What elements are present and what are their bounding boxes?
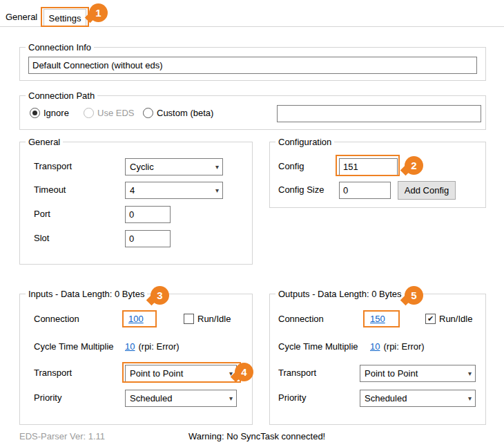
inputs-group-title: Inputs - Data Length: 0 Bytes	[26, 289, 147, 299]
chevron-down-icon: ▾	[215, 187, 219, 194]
tab-settings[interactable]: Settings	[43, 9, 86, 27]
connection-info-title: Connection Info	[26, 42, 94, 53]
configuration-group-title: Configuration	[275, 137, 334, 147]
inputs-connection-link[interactable]: 100	[128, 314, 144, 324]
config-label: Config	[278, 161, 304, 172]
inputs-rpi-link[interactable]: 10	[125, 341, 135, 352]
port-label: Port	[34, 209, 50, 220]
callout-5: 5	[405, 286, 423, 305]
radio-unselected-icon	[143, 108, 153, 118]
slot-label: Slot	[34, 233, 49, 244]
inputs-priority-label: Priority	[34, 392, 61, 403]
synctask-warning: Warning: No SyncTask connected!	[188, 431, 325, 441]
outputs-ctm-label: Cycle Time Multiplie	[278, 341, 358, 352]
slot-input[interactable]	[125, 230, 171, 247]
port-input[interactable]	[125, 206, 171, 223]
timeout-select[interactable]: 4 ▾	[125, 182, 223, 199]
eds-parser-version: EDS-Parser Ver: 1.11	[19, 431, 105, 441]
transport-label: Transport	[34, 161, 72, 172]
use-eds-radio-label: Use EDS	[97, 108, 134, 118]
chevron-down-icon: ▾	[215, 163, 219, 171]
ignore-radio-label: Ignore	[43, 108, 69, 118]
add-config-button-label: Add Config	[405, 185, 449, 196]
connection-path-group: Connection Path Ignore Use EDS Custom (b…	[19, 95, 486, 130]
custom-beta-radio-label: Custom (beta)	[157, 108, 213, 118]
outputs-run-idle-label: Run/Idle	[439, 314, 472, 324]
custom-beta-radio[interactable]: Custom (beta)	[143, 108, 213, 118]
chevron-down-icon: ▾	[229, 394, 233, 402]
transport-select[interactable]: Cyclic ▾	[125, 158, 223, 175]
chevron-down-icon: ▾	[468, 394, 472, 402]
outputs-priority-value: Scheduled	[365, 393, 407, 403]
outputs-transport-label: Transport	[278, 368, 316, 379]
configuration-group: Configuration Config Config Size Add Con…	[269, 142, 486, 208]
inputs-run-idle-checkbox[interactable]: Run/Idle	[184, 314, 231, 324]
add-config-button[interactable]: Add Config	[398, 181, 456, 200]
connection-info-input[interactable]	[28, 57, 477, 74]
config-input[interactable]	[339, 158, 398, 175]
outputs-group-title: Outputs - Data Length: 0 Bytes	[275, 289, 405, 299]
tab-general[interactable]: General	[6, 12, 37, 22]
inputs-transport-value: Point to Point	[130, 368, 183, 379]
outputs-transport-value: Point to Point	[365, 368, 418, 379]
outputs-priority-label: Priority	[278, 392, 306, 403]
outputs-transport-select[interactable]: Point to Point ▾	[360, 365, 476, 382]
checkbox-checked-icon: ✔	[425, 314, 436, 324]
outputs-group: Outputs - Data Length: 0 Bytes Connectio…	[269, 294, 486, 425]
callout-3: 3	[151, 286, 169, 305]
general-group: General Transport Cyclic ▾ Timeout 4 ▾ P…	[19, 142, 253, 265]
timeout-label: Timeout	[34, 184, 66, 196]
callout-1: 1	[89, 3, 108, 22]
connection-info-group: Connection Info	[19, 47, 486, 81]
callout-2: 2	[405, 156, 423, 175]
connection-path-title: Connection Path	[26, 91, 97, 101]
callout-4: 4	[235, 363, 253, 381]
inputs-ctm-label: Cycle Time Multiplie	[34, 341, 114, 352]
general-group-title: General	[26, 137, 63, 147]
outputs-rpi-note: (rpi: Error)	[383, 341, 424, 352]
inputs-rpi-note: (rpi: Error)	[138, 341, 179, 352]
checkbox-unchecked-icon	[184, 314, 194, 324]
inputs-priority-value: Scheduled	[130, 393, 172, 403]
transport-value: Cyclic	[130, 162, 154, 172]
outputs-rpi-link[interactable]: 10	[370, 341, 380, 352]
config-size-label: Config Size	[278, 184, 324, 196]
settings-dialog: General Settings Connection Info Connect…	[0, 0, 504, 447]
inputs-run-idle-label: Run/Idle	[197, 314, 231, 324]
tab-settings-label: Settings	[49, 13, 81, 23]
config-size-input[interactable]	[339, 182, 391, 199]
outputs-priority-select[interactable]: Scheduled ▾	[360, 390, 476, 407]
use-eds-radio[interactable]: Use EDS	[84, 108, 134, 118]
chevron-down-icon: ▾	[468, 370, 472, 377]
inputs-transport-select[interactable]: Point to Point ▾	[125, 365, 237, 382]
radio-unselected-icon	[84, 108, 94, 118]
inputs-priority-select[interactable]: Scheduled ▾	[125, 390, 237, 407]
ignore-radio[interactable]: Ignore	[30, 108, 69, 118]
inputs-connection-label: Connection	[34, 314, 79, 325]
inputs-group: Inputs - Data Length: 0 Bytes Connection…	[19, 294, 253, 425]
radio-selected-icon	[30, 108, 40, 118]
outputs-connection-label: Connection	[278, 314, 324, 325]
inputs-transport-label: Transport	[34, 368, 72, 379]
tab-strip: General Settings	[0, 0, 504, 27]
timeout-value: 4	[130, 185, 135, 196]
outputs-run-idle-checkbox[interactable]: ✔ Run/Idle	[425, 314, 472, 324]
custom-path-input[interactable]	[277, 105, 481, 122]
outputs-connection-link[interactable]: 150	[370, 314, 385, 324]
